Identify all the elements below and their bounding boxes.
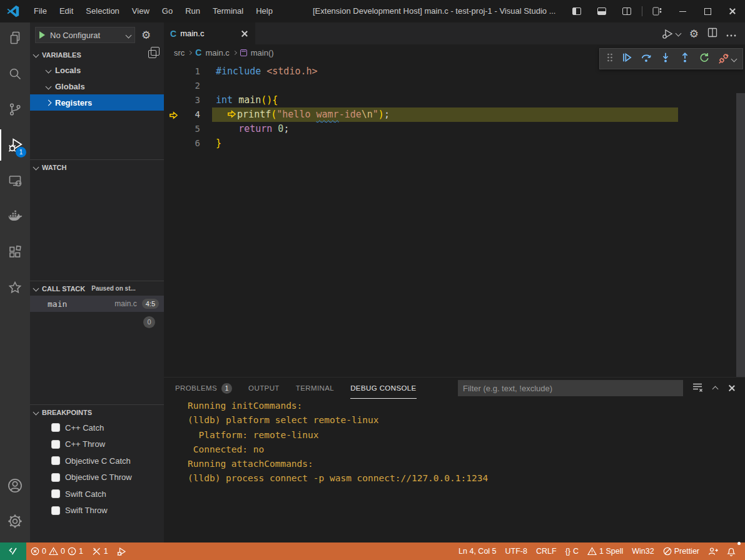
watch-section-header[interactable]: WATCH: [30, 160, 164, 174]
debug-console[interactable]: Running initCommands:(lldb) platform sel…: [164, 399, 745, 542]
clear-console-icon[interactable]: [692, 382, 703, 394]
menu-file[interactable]: File: [28, 0, 53, 22]
platform-indicator[interactable]: Win32: [627, 542, 658, 560]
breakpoint-checkbox[interactable]: [51, 506, 60, 515]
tab-main-c[interactable]: C main.c: [164, 22, 255, 44]
toggle-secondary-sidebar-icon[interactable]: [614, 0, 639, 22]
gear-icon[interactable]: ⚙: [689, 28, 699, 40]
feedback-icon[interactable]: [704, 542, 722, 560]
breadcrumb-folder[interactable]: src: [174, 48, 185, 58]
watch-header-label: WATCH: [42, 164, 67, 171]
menu-edit[interactable]: Edit: [53, 0, 79, 22]
scrollbar-slider[interactable]: [736, 93, 745, 381]
panel-tab-output[interactable]: OUTPUT: [248, 378, 280, 399]
close-panel-icon[interactable]: [727, 384, 736, 392]
maximize-panel-icon[interactable]: [712, 386, 719, 392]
spell-label: 1 Spell: [599, 547, 623, 556]
error-count: 0: [42, 547, 46, 556]
continue-icon[interactable]: [621, 52, 632, 66]
problems-status[interactable]: 0 0 1: [26, 542, 88, 560]
maximize-button[interactable]: [695, 0, 720, 22]
code-line-4[interactable]: 4 printf("hello wamr-ide\n");: [164, 108, 736, 122]
toggle-panel-icon[interactable]: [589, 0, 614, 22]
source-control-icon[interactable]: [0, 94, 30, 125]
breadcrumb-symbol[interactable]: main(): [251, 48, 274, 58]
toolbar-drag-grip[interactable]: [607, 53, 613, 64]
language-mode[interactable]: {} C: [561, 542, 583, 560]
chevron-down-icon: [33, 52, 39, 58]
step-into-icon[interactable]: [660, 52, 671, 66]
breakpoints-section-header[interactable]: BREAKPOINTS: [30, 405, 164, 419]
breakpoint-checkbox[interactable]: [51, 456, 60, 465]
code-area[interactable]: 1#include <stdio.h>23int main(){4 printf…: [164, 61, 736, 377]
symbol-method-icon: [240, 49, 247, 56]
breakpoint-checkbox[interactable]: [51, 440, 60, 449]
spell-checker-status[interactable]: 1 Spell: [583, 542, 627, 560]
launch-config-gear-icon[interactable]: ⚙: [141, 29, 151, 41]
remote-explorer-icon[interactable]: [0, 165, 30, 196]
step-over-icon[interactable]: [641, 52, 652, 66]
step-out-icon[interactable]: [679, 52, 691, 66]
panel-tab-debug-console[interactable]: DEBUG CONSOLE: [350, 378, 417, 399]
variables-section-header[interactable]: VARIABLES: [30, 48, 164, 62]
run-or-debug-icon[interactable]: [662, 28, 681, 39]
code-line-2[interactable]: 2: [164, 79, 736, 93]
code-line-6[interactable]: 6}: [164, 136, 736, 151]
split-editor-icon[interactable]: [707, 28, 717, 40]
minimize-button[interactable]: [670, 0, 695, 22]
customize-layout-icon[interactable]: [645, 0, 670, 22]
search-icon[interactable]: [0, 58, 30, 89]
remote-indicator[interactable]: [0, 542, 26, 560]
launch-config-dropdown[interactable]: No Configurat: [35, 27, 135, 43]
toggle-sidebar-icon[interactable]: [564, 0, 589, 22]
extensions-icon[interactable]: [0, 236, 30, 268]
close-button[interactable]: [720, 0, 745, 22]
menu-selection[interactable]: Selection: [79, 0, 125, 22]
cursor-position[interactable]: Ln 4, Col 5: [454, 542, 500, 560]
code-line-3[interactable]: 3int main(){: [164, 93, 736, 108]
stack-frame-row[interactable]: main main.c 4:5: [30, 296, 164, 312]
menu-run[interactable]: Run: [179, 0, 206, 22]
line-number: 1: [183, 64, 200, 79]
menu-view[interactable]: View: [126, 0, 156, 22]
account-icon[interactable]: [0, 470, 30, 501]
variables-item-registers[interactable]: Registers: [30, 94, 164, 111]
more-actions-icon[interactable]: [726, 28, 736, 39]
run-and-debug-icon[interactable]: 1: [0, 129, 30, 161]
copy-icon[interactable]: [148, 50, 156, 58]
breadcrumb-file[interactable]: main.c: [205, 48, 229, 58]
formatter-status[interactable]: Prettier: [659, 542, 704, 560]
debug-status-icon[interactable]: [113, 542, 132, 560]
close-tab-icon[interactable]: [240, 29, 249, 38]
ports-status[interactable]: 1: [88, 542, 113, 560]
disconnect-icon[interactable]: [718, 53, 736, 64]
breakpoint-checkbox[interactable]: [51, 473, 60, 482]
restart-icon[interactable]: [699, 52, 710, 66]
menu-go[interactable]: Go: [156, 0, 179, 22]
breakpoints-header-label: BREAKPOINTS: [42, 409, 92, 416]
eol-indicator[interactable]: CRLF: [532, 542, 561, 560]
variables-item-globals[interactable]: Globals: [30, 78, 164, 94]
encoding-indicator[interactable]: UTF-8: [501, 542, 532, 560]
menu-help[interactable]: Help: [250, 0, 279, 22]
code-line-5[interactable]: 5 return 0;: [164, 122, 736, 136]
frame-function-label: main: [48, 299, 67, 309]
settings-gear-icon[interactable]: [0, 506, 30, 537]
breakpoint-label: C++ Catch: [65, 423, 104, 432]
docker-icon[interactable]: [0, 201, 30, 232]
variables-item-locals[interactable]: Locals: [30, 62, 164, 78]
panel-tab-problems[interactable]: PROBLEMS1: [175, 378, 232, 399]
chevron-down-icon: [33, 164, 39, 171]
star-icon[interactable]: [0, 272, 30, 303]
start-debug-icon[interactable]: [39, 31, 45, 39]
menu-terminal[interactable]: Terminal: [206, 0, 250, 22]
variables-item-label: Globals: [55, 82, 85, 91]
notifications-bell-icon[interactable]: [722, 542, 740, 560]
breakpoint-checkbox[interactable]: [51, 423, 60, 432]
call-stack-section-header[interactable]: CALL STACK Paused on st...: [30, 281, 164, 296]
editor-scrollbar[interactable]: [736, 71, 745, 377]
breakpoint-checkbox[interactable]: [51, 489, 60, 498]
console-filter-input[interactable]: [458, 380, 683, 396]
panel-tab-terminal[interactable]: TERMINAL: [296, 378, 334, 399]
explorer-icon[interactable]: [0, 22, 30, 54]
